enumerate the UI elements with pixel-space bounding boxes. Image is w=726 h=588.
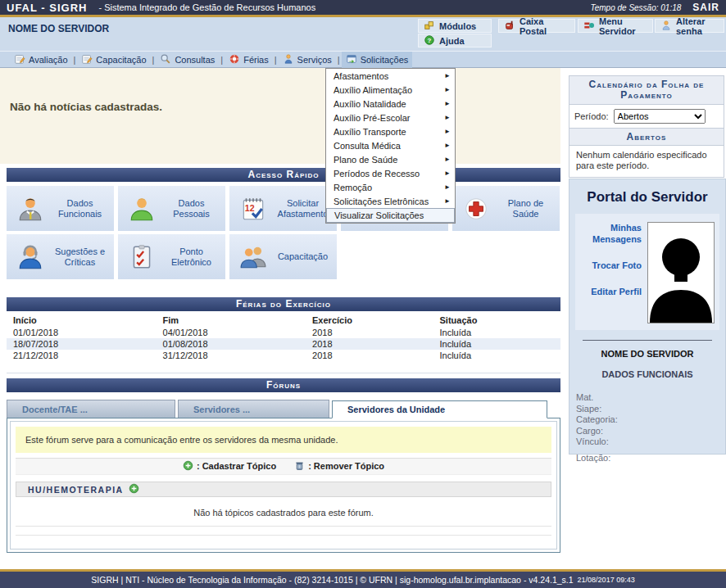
- forum-group-bar: HU/HEMOTERAPIA: [16, 482, 551, 498]
- menu-item-label: Visualizar Solicitações: [334, 210, 450, 220]
- remove-topic-button[interactable]: : Remover Tópico: [294, 460, 384, 473]
- menu-item-plano-de-saude[interactable]: Plano de Saúde ►: [326, 152, 455, 166]
- menu-item-label: Períodos de Recesso: [334, 169, 444, 179]
- quick-access-dados-funcionais[interactable]: Dados Funcionais: [7, 186, 114, 231]
- lifering-icon: [229, 53, 240, 66]
- mailbox-icon: [504, 20, 515, 33]
- my-messages-link[interactable]: Minhas Mensagens: [580, 222, 642, 245]
- menu-servicos[interactable]: Serviços: [279, 52, 336, 68]
- solicitacoes-dropdown-menu: Afastamentos ► Auxílio Alimentação ► Aux…: [325, 68, 456, 224]
- checklist-icon: [128, 243, 157, 271]
- modules-button[interactable]: Módulos: [418, 19, 492, 33]
- app-brand: UFAL - SIGRH: [7, 2, 87, 14]
- menu-item-auxilio-pre-escolar[interactable]: Auxílio Pré-Escolar ►: [326, 111, 455, 124]
- menu-item-label: Auxílio Alimentação: [334, 85, 444, 95]
- menu-item-label: Afastamentos: [334, 71, 444, 81]
- change-password-label: Alterar senha: [676, 16, 719, 36]
- headset-person-icon: [16, 243, 46, 271]
- trash-icon: [294, 460, 305, 473]
- forum-content: Este fórum serve para a comunicação entr…: [7, 418, 560, 553]
- change-password-button[interactable]: Alterar senha: [655, 19, 724, 33]
- quick-access-sugestoes-criticas[interactable]: Sugestões e Críticas: [7, 234, 114, 279]
- add-icon[interactable]: [129, 483, 139, 495]
- field-vinculo: Vínculo:: [576, 436, 725, 448]
- menu-item-remocao[interactable]: Remoção ►: [326, 180, 455, 194]
- menu-consultas[interactable]: Consultas: [156, 52, 219, 68]
- menu-item-afastamentos[interactable]: Afastamentos ►: [326, 69, 455, 83]
- menu-item-consulta-medica[interactable]: Consulta Médica ►: [326, 138, 455, 152]
- tab-label: Servidores ...: [193, 405, 250, 414]
- menu-solicitacoes-label: Solicitações: [361, 55, 409, 65]
- cell-situacao: Incluída: [433, 327, 561, 338]
- mailbox-label: Caixa Postal: [520, 16, 569, 36]
- menu-item-label: Remoção: [334, 183, 444, 192]
- menu-item-visualizar-solicitacoes[interactable]: Visualizar Solicitações: [326, 208, 455, 223]
- notepad-icon: [81, 53, 93, 66]
- quick-access-capacitacao[interactable]: Capacitação: [229, 234, 337, 279]
- empty-row: [16, 535, 551, 544]
- create-topic-button[interactable]: : Cadastrar Tópico: [183, 460, 276, 473]
- menu-avaliacao[interactable]: Avaliação: [10, 52, 72, 68]
- portal-title: Portal do Servidor: [569, 189, 725, 206]
- menu-servidor-icon: [583, 20, 595, 33]
- menu-servidor-button[interactable]: Menu Servidor: [578, 19, 653, 33]
- cell-situacao: Incluída: [433, 350, 561, 361]
- menu-item-auxilio-transporte[interactable]: Auxílio Transporte ►: [326, 124, 455, 138]
- cell-situacao: Incluída: [433, 338, 561, 350]
- menu-capacitacao[interactable]: Capacitação: [77, 52, 150, 68]
- quick-access-ponto-eletronico[interactable]: Ponto Eletrônico: [118, 234, 225, 279]
- change-photo-link[interactable]: Trocar Foto: [580, 260, 642, 271]
- menu-solicitacoes[interactable]: Solicitações: [342, 52, 413, 68]
- portal-servidor-panel: Portal do Servidor Minhas Mensagens Troc…: [569, 179, 726, 455]
- quick-access-dados-pessoais[interactable]: Dados Pessoais: [118, 186, 225, 231]
- tab-servidores[interactable]: Servidores ...: [178, 400, 329, 418]
- period-label: Período:: [574, 111, 609, 121]
- menu-item-auxilio-natalidade[interactable]: Auxílio Natalidade ►: [326, 97, 455, 111]
- health-cross-icon: [462, 195, 492, 223]
- person-icon: [283, 53, 294, 66]
- quick-access-solicitar-afastamento[interactable]: 12 Solicitar Afastamento: [229, 186, 337, 231]
- help-button[interactable]: ? Ajuda: [418, 34, 492, 47]
- app-subtitle: - Sistema Integrado de Gestão de Recurso…: [98, 2, 315, 12]
- payroll-calendar-panel: Calendário da Folha de Pagamento Período…: [569, 75, 724, 178]
- submenu-arrow-icon: ►: [444, 72, 451, 79]
- column-header: Início: [7, 313, 157, 327]
- header-strip: NOME DO SERVIDOR Módulos Caixa Postal Me…: [0, 17, 726, 51]
- tab-docente-tae[interactable]: Docente/TAE ...: [7, 400, 175, 418]
- logout-link[interactable]: SAIR: [692, 2, 719, 13]
- edit-profile-link[interactable]: Editar Perfil: [580, 286, 642, 297]
- menu-item-periodos-de-recesso[interactable]: Períodos de Recesso ►: [326, 166, 455, 180]
- quick-access-label: Ponto Eletrônico: [157, 247, 225, 268]
- person-suit-icon: [16, 195, 46, 223]
- add-icon: [183, 460, 193, 473]
- create-topic-label: : Cadastrar Tópico: [197, 461, 276, 471]
- footer-bar: SIGRH | NTI - Núcleo de Tecnologia da In…: [0, 572, 726, 588]
- quick-access-label: Plano de Saúde: [492, 198, 560, 219]
- submenu-arrow-icon: ►: [444, 170, 451, 177]
- cell-inicio: 18/07/2018: [7, 338, 157, 350]
- request-icon: [346, 53, 357, 66]
- period-select[interactable]: Abertos: [614, 109, 706, 124]
- table-row: 01/01/2018 04/01/2018 2018 Incluída: [7, 327, 560, 338]
- menu-separator: |: [220, 55, 223, 65]
- menu-separator: |: [275, 55, 277, 65]
- remove-topic-label: : Remover Tópico: [308, 461, 384, 471]
- tab-servidores-da-unidade[interactable]: Servidores da Unidade: [332, 400, 547, 418]
- portal-section-title: DADOS FUNCIONAIS: [569, 369, 725, 379]
- tab-label: Docente/TAE ...: [22, 405, 88, 414]
- vacations-title: Férias do Exercício: [7, 297, 560, 311]
- menu-item-auxilio-alimentacao[interactable]: Auxílio Alimentação ►: [326, 83, 455, 97]
- payroll-calendar-title: Calendário da Folha de Pagamento: [569, 76, 724, 105]
- cell-fim: 04/01/2018: [157, 327, 306, 338]
- mailbox-button[interactable]: Caixa Postal: [498, 19, 575, 33]
- cell-exercicio: 2018: [306, 350, 433, 361]
- search-icon: [160, 53, 171, 66]
- menu-ferias[interactable]: Férias: [225, 52, 273, 68]
- main-menubar: Avaliação | Capacitação | Consultas | Fé…: [0, 51, 726, 68]
- news-area: Não há notícias cadastradas.: [0, 68, 560, 164]
- password-user-icon: [660, 20, 672, 33]
- help-label: Ajuda: [439, 36, 465, 46]
- quick-access-plano-de-saude[interactable]: Plano de Saúde: [452, 186, 560, 231]
- cell-fim: 31/12/2018: [157, 350, 306, 361]
- menu-item-solicitacoes-eletronicas[interactable]: Solicitações Eletrônicas ►: [326, 194, 455, 208]
